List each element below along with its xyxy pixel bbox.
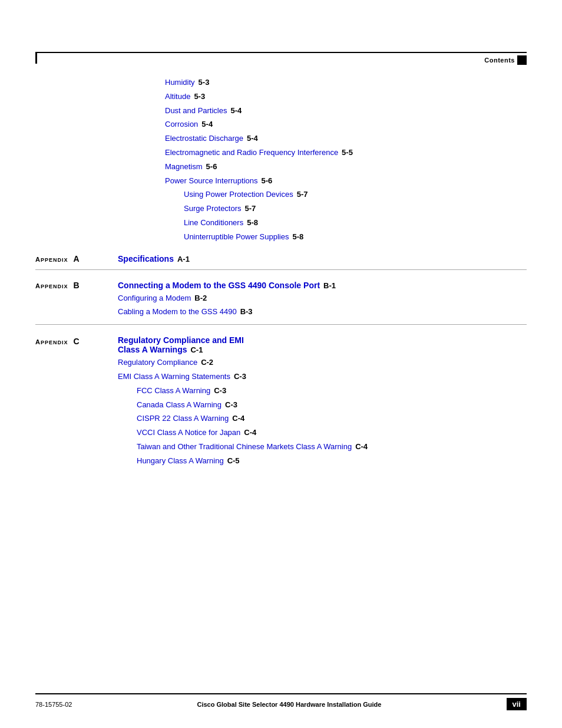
appendix-c-row: APPENDIX C Regulatory Compliance and EMI… <box>35 335 527 354</box>
toc-link-power-source[interactable]: Power Source Interruptions <box>165 175 258 187</box>
appendix-b-sub: Configuring a Modem B-2 Cabling a Modem … <box>118 292 527 319</box>
toc-link-dust[interactable]: Dust and Particles <box>165 105 227 117</box>
toc-link-emi-statements[interactable]: EMI Class A Warning Statements <box>118 371 230 383</box>
toc-link-hungary[interactable]: Hungary Class A Warning <box>137 455 224 467</box>
toc-page-cabling-modem: B-3 <box>240 306 253 318</box>
toc-entry-canada: Canada Class A Warning C-3 <box>137 399 527 411</box>
appendix-a-page: A-1 <box>177 255 190 263</box>
toc-page-emi-statements: C-3 <box>234 371 246 383</box>
toc-link-corrosion[interactable]: Corrosion <box>165 118 198 131</box>
toc-entry-magnetism: Magnetism 5-6 <box>165 161 527 173</box>
toc-entry-regulatory-compliance: Regulatory Compliance C-2 <box>118 357 527 369</box>
appendix-b-label: APPENDIX B <box>35 281 118 290</box>
toc-page-corrosion: 5-4 <box>201 118 213 131</box>
toc-page-vcci: C-4 <box>244 427 256 439</box>
divider-a <box>35 269 527 270</box>
header-label: Contents <box>484 57 515 64</box>
toc-entry-dust: Dust and Particles 5-4 <box>165 105 527 117</box>
appendix-c-title-block: Regulatory Compliance and EMI Class A Wa… <box>118 335 244 354</box>
toc-page-cispr: C-4 <box>232 413 244 425</box>
toc-entry-humidity: Humidity 5-3 <box>165 77 527 89</box>
toc-page-magnetism: 5-6 <box>206 161 217 173</box>
toc-page-canada: C-3 <box>225 399 237 411</box>
footer-content: 78-15755-02 Cisco Global Site Selector 4… <box>35 698 527 710</box>
toc-link-ups[interactable]: Uninterruptible Power Supplies <box>184 231 289 243</box>
footer: 78-15755-02 Cisco Global Site Selector 4… <box>35 693 527 710</box>
toc-entry-configuring-modem: Configuring a Modem B-2 <box>118 292 527 305</box>
toc-content: Humidity 5-3 Altitude 5-3 Dust and Parti… <box>35 77 527 469</box>
toc-entry-electromagnetic: Electromagnetic and Radio Frequency Inte… <box>165 147 527 159</box>
toc-entry-emi-statements: EMI Class A Warning Statements C-3 <box>118 371 527 383</box>
toc-page-configuring-modem: B-2 <box>194 292 207 305</box>
toc-entry-hungary: Hungary Class A Warning C-5 <box>137 455 527 467</box>
toc-link-canada[interactable]: Canada Class A Warning <box>137 399 222 411</box>
appendix-c-title-link[interactable]: Regulatory Compliance and EMI <box>118 335 244 345</box>
toc-page-electrostatic: 5-4 <box>247 133 258 145</box>
toc-entry-line: Line Conditioners 5-8 <box>184 217 527 229</box>
appendix-c-title-line1: Regulatory Compliance and EMI <box>118 335 244 345</box>
toc-page-power-source: 5-6 <box>262 175 273 187</box>
toc-page-ups: 5-8 <box>292 231 303 243</box>
toc-page-fcc: C-3 <box>214 385 226 397</box>
toc-entry-power-source: Power Source Interruptions 5-6 <box>165 175 527 187</box>
appendix-c-subtitle-link[interactable]: Class A Warnings <box>118 345 187 354</box>
toc-link-altitude[interactable]: Altitude <box>165 91 190 103</box>
toc-link-magnetism[interactable]: Magnetism <box>165 161 203 173</box>
appendix-b-title[interactable]: Connecting a Modem to the GSS 4490 Conso… <box>118 281 320 290</box>
toc-entry-vcci: VCCI Class A Notice for Japan C-4 <box>137 427 527 439</box>
toc-entry-taiwan: Taiwan and Other Traditional Chinese Mar… <box>137 441 527 453</box>
toc-entry-fcc: FCC Class A Warning C-3 <box>137 385 527 397</box>
toc-link-fcc[interactable]: FCC Class A Warning <box>137 385 210 397</box>
page: Contents Humidity 5-3 Altitude 5-3 Dust … <box>0 0 562 728</box>
toc-page-taiwan: C-4 <box>355 441 368 453</box>
footer-page-badge: vii <box>507 698 527 710</box>
appendix-c-block: APPENDIX C Regulatory Compliance and EMI… <box>35 335 527 354</box>
toc-page-surge: 5-7 <box>245 203 256 215</box>
toc-page-using-power: 5-7 <box>297 189 308 201</box>
toc-link-using-power[interactable]: Using Power Protection Devices <box>184 189 293 201</box>
toc-entry-cabling-modem: Cabling a Modem to the GSS 4490 B-3 <box>118 306 527 318</box>
toc-link-electrostatic[interactable]: Electrostatic Discharge <box>165 133 243 145</box>
appendix-b-row: APPENDIX B Connecting a Modem to the GSS… <box>35 281 527 290</box>
divider-b <box>35 324 527 325</box>
footer-doc-number: 78-15755-02 <box>35 701 72 708</box>
toc-link-regulatory-compliance[interactable]: Regulatory Compliance <box>118 357 197 369</box>
toc-link-configuring-modem[interactable]: Configuring a Modem <box>118 292 191 305</box>
using-power-section: Using Power Protection Devices 5-7 <box>184 189 527 201</box>
toc-page-dust: 5-4 <box>231 105 242 117</box>
toc-page-altitude: 5-3 <box>194 91 205 103</box>
toc-link-vcci[interactable]: VCCI Class A Notice for Japan <box>137 427 240 439</box>
top-left-bar <box>35 52 37 64</box>
footer-divider <box>35 693 527 694</box>
toc-page-line: 5-8 <box>247 217 258 229</box>
toc-link-taiwan[interactable]: Taiwan and Other Traditional Chinese Mar… <box>137 441 352 453</box>
toc-entry-electrostatic: Electrostatic Discharge 5-4 <box>165 133 527 145</box>
toc-link-line[interactable]: Line Conditioners <box>184 217 243 229</box>
appendix-a-label: APPENDIX A <box>35 254 118 263</box>
appendix-c-title-line2: Class A Warnings C-1 <box>118 345 244 354</box>
toc-link-surge[interactable]: Surge Protectors <box>184 203 242 215</box>
toc-entry-altitude: Altitude 5-3 <box>165 91 527 103</box>
toc-page-electromagnetic: 5-5 <box>342 147 353 159</box>
toc-page-humidity: 5-3 <box>199 77 210 89</box>
toc-link-cispr[interactable]: CISPR 22 Class A Warning <box>137 413 229 425</box>
top-border <box>35 52 527 53</box>
toc-link-electromagnetic[interactable]: Electromagnetic and Radio Frequency Inte… <box>165 147 338 159</box>
toc-link-cabling-modem[interactable]: Cabling a Modem to the GSS 4490 <box>118 306 237 318</box>
toc-entry-surge: Surge Protectors 5-7 <box>184 203 527 215</box>
appendix-a-row: APPENDIX A Specifications A-1 <box>35 254 527 263</box>
appendix-c-label: APPENDIX C <box>35 335 118 346</box>
toc-link-humidity[interactable]: Humidity <box>165 77 195 89</box>
appendix-a-title[interactable]: Specifications <box>118 254 174 263</box>
toc-entry-corrosion: Corrosion 5-4 <box>165 118 527 131</box>
level3-items: Humidity 5-3 Altitude 5-3 Dust and Parti… <box>165 77 527 187</box>
appendix-b-page: B-1 <box>323 281 336 290</box>
toc-entry-ups: Uninterruptible Power Supplies 5-8 <box>184 231 527 243</box>
toc-entry-using-power: Using Power Protection Devices 5-7 <box>184 189 527 201</box>
header-bar-right <box>517 55 527 65</box>
toc-entry-cispr: CISPR 22 Class A Warning C-4 <box>137 413 527 425</box>
power-sub-items: Surge Protectors 5-7 Line Conditioners 5… <box>184 203 527 243</box>
toc-page-hungary: C-5 <box>227 455 240 467</box>
appendix-c-sub: Regulatory Compliance C-2 EMI Class A Wa… <box>118 357 527 383</box>
footer-title: Cisco Global Site Selector 4490 Hardware… <box>197 701 381 708</box>
